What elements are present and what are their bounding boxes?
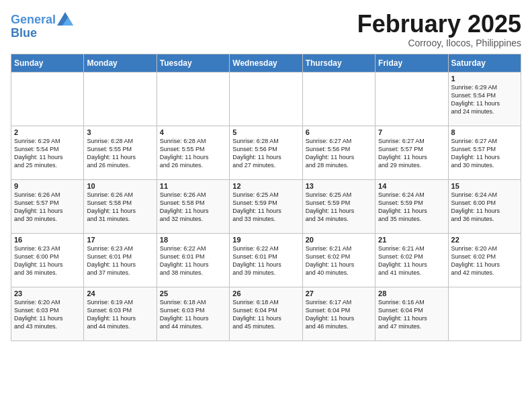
calendar-cell: 15Sunrise: 6:24 AM Sunset: 6:00 PM Dayli… bbox=[448, 179, 521, 233]
cell-text: Sunrise: 6:26 AM Sunset: 5:58 PM Dayligh… bbox=[87, 191, 153, 224]
main-title: February 2025 bbox=[357, 11, 521, 38]
header-saturday: Saturday bbox=[448, 54, 521, 72]
day-number: 1 bbox=[451, 75, 518, 83]
calendar-cell: 5Sunrise: 6:28 AM Sunset: 5:56 PM Daylig… bbox=[230, 126, 302, 179]
day-number: 17 bbox=[87, 236, 153, 244]
calendar-cell: 8Sunrise: 6:27 AM Sunset: 5:57 PM Daylig… bbox=[448, 126, 521, 179]
day-number: 26 bbox=[232, 289, 299, 298]
cell-text: Sunrise: 6:28 AM Sunset: 5:55 PM Dayligh… bbox=[160, 137, 226, 170]
cell-text: Sunrise: 6:23 AM Sunset: 6:00 PM Dayligh… bbox=[14, 244, 81, 277]
calendar-table: SundayMondayTuesdayWednesdayThursdayFrid… bbox=[11, 54, 521, 341]
cell-text: Sunrise: 6:22 AM Sunset: 6:01 PM Dayligh… bbox=[160, 244, 226, 277]
calendar-cell bbox=[375, 72, 448, 126]
calendar-cell bbox=[84, 72, 157, 126]
calendar-cell: 26Sunrise: 6:18 AM Sunset: 6:04 PM Dayli… bbox=[230, 287, 302, 340]
calendar-cell: 28Sunrise: 6:16 AM Sunset: 6:04 PM Dayli… bbox=[375, 287, 448, 340]
day-number: 18 bbox=[160, 236, 226, 244]
calendar-cell: 17Sunrise: 6:23 AM Sunset: 6:01 PM Dayli… bbox=[84, 233, 157, 287]
day-number: 16 bbox=[14, 236, 81, 244]
cell-text: Sunrise: 6:18 AM Sunset: 6:03 PM Dayligh… bbox=[160, 298, 226, 331]
day-number: 7 bbox=[378, 128, 445, 136]
day-number: 5 bbox=[232, 128, 299, 136]
cell-text: Sunrise: 6:23 AM Sunset: 6:01 PM Dayligh… bbox=[87, 244, 153, 277]
cell-text: Sunrise: 6:28 AM Sunset: 5:55 PM Dayligh… bbox=[87, 137, 153, 170]
day-number: 9 bbox=[14, 182, 81, 190]
logo: General Blue bbox=[11, 13, 73, 40]
cell-text: Sunrise: 6:27 AM Sunset: 5:57 PM Dayligh… bbox=[451, 137, 518, 170]
logo-text-blue: Blue bbox=[11, 27, 73, 40]
cell-text: Sunrise: 6:25 AM Sunset: 5:59 PM Dayligh… bbox=[306, 191, 372, 224]
cell-text: Sunrise: 6:21 AM Sunset: 6:02 PM Dayligh… bbox=[378, 244, 445, 277]
day-number: 4 bbox=[160, 128, 226, 136]
calendar-week-2: 9Sunrise: 6:26 AM Sunset: 5:57 PM Daylig… bbox=[11, 179, 521, 233]
calendar-cell: 1Sunrise: 6:29 AM Sunset: 5:54 PM Daylig… bbox=[448, 72, 521, 126]
cell-text: Sunrise: 6:29 AM Sunset: 5:54 PM Dayligh… bbox=[14, 137, 81, 170]
calendar-cell: 27Sunrise: 6:17 AM Sunset: 6:04 PM Dayli… bbox=[302, 287, 375, 340]
day-number: 21 bbox=[378, 236, 445, 244]
day-number: 12 bbox=[232, 182, 299, 190]
day-number: 19 bbox=[232, 236, 299, 244]
calendar-cell bbox=[11, 72, 84, 126]
cell-text: Sunrise: 6:17 AM Sunset: 6:04 PM Dayligh… bbox=[306, 298, 372, 331]
day-number: 20 bbox=[306, 236, 372, 244]
calendar-cell: 7Sunrise: 6:27 AM Sunset: 5:57 PM Daylig… bbox=[375, 126, 448, 179]
cell-text: Sunrise: 6:28 AM Sunset: 5:56 PM Dayligh… bbox=[232, 137, 299, 170]
calendar-cell bbox=[157, 72, 229, 126]
calendar-cell: 16Sunrise: 6:23 AM Sunset: 6:00 PM Dayli… bbox=[11, 233, 84, 287]
calendar-header-row: SundayMondayTuesdayWednesdayThursdayFrid… bbox=[11, 54, 521, 72]
day-number: 27 bbox=[306, 289, 372, 298]
day-number: 14 bbox=[378, 182, 445, 190]
day-number: 24 bbox=[87, 289, 153, 298]
calendar-week-0: 1Sunrise: 6:29 AM Sunset: 5:54 PM Daylig… bbox=[11, 72, 521, 126]
day-number: 15 bbox=[451, 182, 518, 190]
cell-text: Sunrise: 6:25 AM Sunset: 5:59 PM Dayligh… bbox=[232, 191, 299, 224]
calendar-cell: 12Sunrise: 6:25 AM Sunset: 5:59 PM Dayli… bbox=[230, 179, 302, 233]
calendar-cell: 9Sunrise: 6:26 AM Sunset: 5:57 PM Daylig… bbox=[11, 179, 84, 233]
day-number: 28 bbox=[378, 289, 445, 298]
cell-text: Sunrise: 6:18 AM Sunset: 6:04 PM Dayligh… bbox=[232, 298, 299, 331]
calendar-cell: 14Sunrise: 6:24 AM Sunset: 5:59 PM Dayli… bbox=[375, 179, 448, 233]
cell-text: Sunrise: 6:24 AM Sunset: 5:59 PM Dayligh… bbox=[378, 191, 445, 224]
cell-text: Sunrise: 6:21 AM Sunset: 6:02 PM Dayligh… bbox=[306, 244, 372, 277]
calendar-cell: 6Sunrise: 6:27 AM Sunset: 5:56 PM Daylig… bbox=[302, 126, 375, 179]
calendar-cell: 20Sunrise: 6:21 AM Sunset: 6:02 PM Dayli… bbox=[302, 233, 375, 287]
calendar-cell bbox=[230, 72, 302, 126]
cell-text: Sunrise: 6:29 AM Sunset: 5:54 PM Dayligh… bbox=[451, 83, 518, 116]
logo-icon bbox=[57, 12, 73, 26]
day-number: 11 bbox=[160, 182, 226, 190]
header-wednesday: Wednesday bbox=[230, 54, 302, 72]
day-number: 6 bbox=[306, 128, 372, 136]
page-header: General Blue February 2025 Corrooy, Iloc… bbox=[11, 11, 521, 48]
cell-text: Sunrise: 6:19 AM Sunset: 6:03 PM Dayligh… bbox=[87, 298, 153, 331]
cell-text: Sunrise: 6:16 AM Sunset: 6:04 PM Dayligh… bbox=[378, 298, 445, 331]
cell-text: Sunrise: 6:26 AM Sunset: 5:58 PM Dayligh… bbox=[160, 191, 226, 224]
cell-text: Sunrise: 6:26 AM Sunset: 5:57 PM Dayligh… bbox=[14, 191, 81, 224]
header-monday: Monday bbox=[84, 54, 157, 72]
calendar-cell: 25Sunrise: 6:18 AM Sunset: 6:03 PM Dayli… bbox=[157, 287, 229, 340]
calendar-week-3: 16Sunrise: 6:23 AM Sunset: 6:00 PM Dayli… bbox=[11, 233, 521, 287]
cell-text: Sunrise: 6:27 AM Sunset: 5:56 PM Dayligh… bbox=[306, 137, 372, 170]
calendar-week-4: 23Sunrise: 6:20 AM Sunset: 6:03 PM Dayli… bbox=[11, 287, 521, 340]
header-friday: Friday bbox=[375, 54, 448, 72]
day-number: 8 bbox=[451, 128, 518, 136]
cell-text: Sunrise: 6:20 AM Sunset: 6:02 PM Dayligh… bbox=[451, 244, 518, 277]
day-number: 22 bbox=[451, 236, 518, 244]
calendar-cell: 3Sunrise: 6:28 AM Sunset: 5:55 PM Daylig… bbox=[84, 126, 157, 179]
calendar-cell bbox=[448, 287, 521, 340]
calendar-cell: 19Sunrise: 6:22 AM Sunset: 6:01 PM Dayli… bbox=[230, 233, 302, 287]
cell-text: Sunrise: 6:27 AM Sunset: 5:57 PM Dayligh… bbox=[378, 137, 445, 170]
calendar-cell: 2Sunrise: 6:29 AM Sunset: 5:54 PM Daylig… bbox=[11, 126, 84, 179]
calendar-cell: 22Sunrise: 6:20 AM Sunset: 6:02 PM Dayli… bbox=[448, 233, 521, 287]
cell-text: Sunrise: 6:24 AM Sunset: 6:00 PM Dayligh… bbox=[451, 191, 518, 224]
calendar-cell: 18Sunrise: 6:22 AM Sunset: 6:01 PM Dayli… bbox=[157, 233, 229, 287]
calendar-week-1: 2Sunrise: 6:29 AM Sunset: 5:54 PM Daylig… bbox=[11, 126, 521, 179]
calendar-cell: 21Sunrise: 6:21 AM Sunset: 6:02 PM Dayli… bbox=[375, 233, 448, 287]
calendar-cell: 4Sunrise: 6:28 AM Sunset: 5:55 PM Daylig… bbox=[157, 126, 229, 179]
header-tuesday: Tuesday bbox=[157, 54, 229, 72]
calendar-cell: 23Sunrise: 6:20 AM Sunset: 6:03 PM Dayli… bbox=[11, 287, 84, 340]
day-number: 2 bbox=[14, 128, 81, 136]
calendar-cell: 11Sunrise: 6:26 AM Sunset: 5:58 PM Dayli… bbox=[157, 179, 229, 233]
logo-text: General bbox=[11, 13, 56, 27]
day-number: 25 bbox=[160, 289, 226, 298]
title-block: February 2025 Corrooy, Ilocos, Philippin… bbox=[357, 11, 521, 48]
